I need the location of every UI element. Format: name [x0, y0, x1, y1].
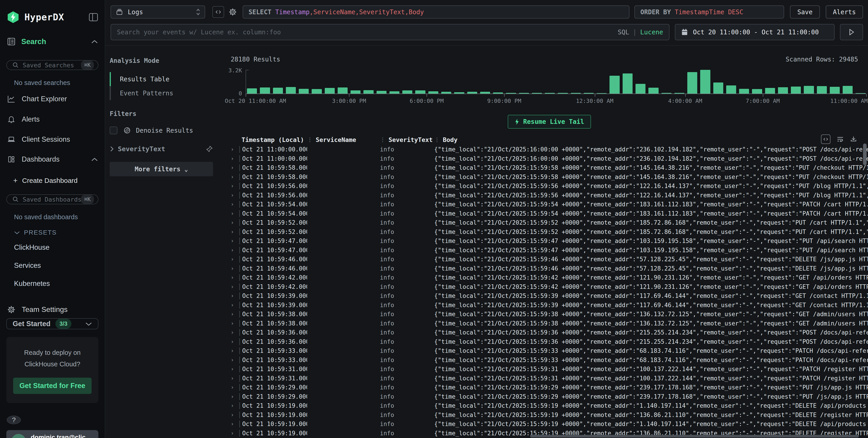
table-row[interactable]: ›Oct 21 10:59:33.000 AMinfo{"time_local"…: [231, 356, 868, 365]
table-row[interactable]: ›Oct 21 10:59:38.000 AMinfo{"time_local"…: [231, 319, 868, 328]
tab-event-patterns[interactable]: Event Patterns: [110, 86, 213, 100]
save-button[interactable]: Save: [790, 5, 819, 19]
table-row[interactable]: ›Oct 21 10:59:31.000 AMinfo{"time_local"…: [231, 374, 868, 383]
table-row[interactable]: ›Oct 21 10:59:46.000 AMinfo{"time_local"…: [231, 255, 868, 264]
col-header-servicename[interactable]: ⋮ServiceName: [307, 136, 380, 143]
table-row[interactable]: ›Oct 21 10:59:56.000 AMinfo{"time_local"…: [231, 181, 868, 191]
row-expand-chevron-icon[interactable]: ›: [231, 347, 239, 354]
select-columns-input[interactable]: SELECT Timestamp,ServiceName,SeverityTex…: [243, 5, 629, 19]
col-header-severitytext[interactable]: ⋮SeverityText: [380, 136, 434, 143]
table-row[interactable]: ›Oct 21 10:59:29.000 AMinfo{"time_local"…: [231, 383, 868, 392]
row-expand-chevron-icon[interactable]: ›: [231, 210, 239, 217]
table-row[interactable]: ›Oct 21 10:59:33.000 AMinfo{"time_local"…: [231, 346, 868, 356]
col-header-body[interactable]: ⋮Body: [434, 136, 868, 143]
table-row[interactable]: ›Oct 21 10:59:31.000 AMinfo{"time_local"…: [231, 365, 868, 374]
table-row[interactable]: ›Oct 21 10:59:19.000 AMinfo{"time_local"…: [231, 401, 868, 410]
severity-filter-group[interactable]: SeverityText: [110, 145, 213, 153]
row-expand-chevron-icon[interactable]: ›: [231, 339, 239, 345]
table-row[interactable]: ›Oct 21 10:59:56.000 AMinfo{"time_local"…: [231, 191, 868, 200]
column-config-icon[interactable]: [821, 134, 831, 144]
orderby-input[interactable]: ORDER BY TimestampTime DESC: [634, 5, 784, 19]
row-expand-chevron-icon[interactable]: ›: [231, 366, 239, 372]
table-row[interactable]: ›Oct 21 10:59:38.000 AMinfo{"time_local"…: [231, 310, 868, 319]
source-select[interactable]: Logs: [111, 5, 205, 19]
download-icon[interactable]: [850, 136, 857, 143]
row-expand-chevron-icon[interactable]: ›: [231, 274, 239, 281]
get-started-toggle[interactable]: Get Started 3/3: [6, 318, 98, 329]
row-expand-chevron-icon[interactable]: ›: [231, 220, 239, 226]
table-row[interactable]: ›Oct 21 11:00:00.000 AMinfo{"time_local"…: [231, 145, 868, 154]
more-filters-button[interactable]: More filters ⌄: [110, 162, 213, 176]
mode-sql-toggle[interactable]: SQL: [618, 29, 629, 36]
table-row[interactable]: ›Oct 21 10:59:54.000 AMinfo{"time_local"…: [231, 209, 868, 218]
date-range-picker[interactable]: Oct 20 11:00:00 - Oct 21 11:00:00: [675, 24, 835, 40]
preset-services[interactable]: Services: [0, 257, 105, 275]
row-expand-chevron-icon[interactable]: ›: [231, 394, 239, 400]
alerts-button[interactable]: Alerts: [826, 5, 863, 19]
sidebar-item-client-sessions[interactable]: Client Sessions: [0, 130, 105, 149]
preset-clickhouse[interactable]: ClickHouse: [0, 238, 105, 257]
row-expand-chevron-icon[interactable]: ›: [231, 403, 239, 409]
table-row[interactable]: ›Oct 21 10:59:47.000 AMinfo{"time_local"…: [231, 246, 868, 255]
row-expand-chevron-icon[interactable]: ›: [231, 146, 239, 153]
row-expand-chevron-icon[interactable]: ›: [231, 302, 239, 308]
table-row[interactable]: ›Oct 21 10:59:42.000 AMinfo{"time_local"…: [231, 273, 868, 282]
row-expand-chevron-icon[interactable]: ›: [231, 256, 239, 262]
vertical-scrollbar[interactable]: [863, 143, 867, 436]
row-expand-chevron-icon[interactable]: ›: [231, 156, 239, 162]
source-settings-gear-icon[interactable]: [229, 8, 237, 16]
row-expand-chevron-icon[interactable]: ›: [231, 174, 239, 180]
tab-results-table[interactable]: Results Table: [110, 72, 213, 86]
sidebar-item-team-settings[interactable]: Team Settings: [0, 293, 105, 318]
table-row[interactable]: ›Oct 21 10:59:39.000 AMinfo{"time_local"…: [231, 291, 868, 301]
checkbox[interactable]: [110, 127, 117, 134]
row-expand-chevron-icon[interactable]: ›: [231, 421, 239, 427]
row-expand-chevron-icon[interactable]: ›: [231, 265, 239, 272]
row-expand-chevron-icon[interactable]: ›: [231, 165, 239, 171]
col-header-timestamp[interactable]: Timestamp (Local): [239, 136, 307, 143]
table-row[interactable]: ›Oct 21 10:59:58.000 AMinfo{"time_local"…: [231, 172, 868, 182]
sidebar-item-search[interactable]: Search: [0, 31, 105, 53]
help-button[interactable]: ?: [7, 416, 21, 424]
saved-searches-input[interactable]: Saved Searches ⌘K: [6, 60, 98, 70]
horizontal-scrollbar[interactable]: [530, 435, 859, 438]
scrollbar-thumb[interactable]: [863, 143, 867, 165]
table-row[interactable]: ›Oct 21 10:59:19.000 AMinfo{"time_local"…: [231, 410, 868, 420]
table-row[interactable]: ›Oct 21 10:59:46.000 AMinfo{"time_local"…: [231, 264, 868, 273]
row-expand-chevron-icon[interactable]: ›: [231, 283, 239, 290]
presets-toggle[interactable]: PRESETS: [0, 223, 105, 238]
row-expand-chevron-icon[interactable]: ›: [231, 384, 239, 391]
denoise-results-checkbox-row[interactable]: Denoise Results: [110, 127, 213, 134]
table-row[interactable]: ›Oct 21 10:59:19.000 AMinfo{"time_local"…: [231, 419, 868, 429]
row-expand-chevron-icon[interactable]: ›: [231, 293, 239, 299]
row-expand-chevron-icon[interactable]: ›: [231, 357, 239, 363]
row-expand-chevron-icon[interactable]: ›: [231, 192, 239, 198]
sidebar-item-alerts[interactable]: Alerts: [0, 109, 105, 130]
user-menu[interactable]: D dominic.tran@clic... dominic.tran@clic…: [6, 430, 98, 438]
drag-handle-icon[interactable]: ⋮: [307, 136, 312, 143]
table-row[interactable]: ›Oct 21 10:59:39.000 AMinfo{"time_local"…: [231, 301, 868, 310]
search-input[interactable]: Search your events w/ Lucene ex. column:…: [111, 24, 670, 40]
table-row[interactable]: ›Oct 21 11:00:00.000 AMinfo{"time_local"…: [231, 154, 868, 163]
resume-live-tail-button[interactable]: Resume Live Tail: [508, 115, 591, 129]
table-row[interactable]: ›Oct 21 10:59:52.000 AMinfo{"time_local"…: [231, 218, 868, 227]
row-expand-chevron-icon[interactable]: ›: [231, 329, 239, 336]
pin-icon[interactable]: [206, 145, 213, 153]
row-expand-chevron-icon[interactable]: ›: [231, 320, 239, 327]
row-expand-chevron-icon[interactable]: ›: [231, 201, 239, 207]
create-dashboard-button[interactable]: + Create Dashboard: [0, 169, 105, 187]
table-row[interactable]: ›Oct 21 10:59:54.000 AMinfo{"time_local"…: [231, 200, 868, 209]
row-expand-chevron-icon[interactable]: ›: [231, 229, 239, 235]
table-row[interactable]: ›Oct 21 10:59:36.000 AMinfo{"time_local"…: [231, 337, 868, 346]
saved-dashboards-input[interactable]: Saved Dashboards ⌘K: [6, 194, 98, 204]
table-row[interactable]: ›Oct 21 10:59:42.000 AMinfo{"time_local"…: [231, 282, 868, 292]
row-expand-chevron-icon[interactable]: ›: [231, 247, 239, 254]
row-expand-chevron-icon[interactable]: ›: [231, 412, 239, 418]
table-row[interactable]: ›Oct 21 10:59:52.000 AMinfo{"time_local"…: [231, 227, 868, 237]
row-expand-chevron-icon[interactable]: ›: [231, 311, 239, 317]
table-row[interactable]: ›Oct 21 10:59:36.000 AMinfo{"time_local"…: [231, 328, 868, 337]
row-expand-chevron-icon[interactable]: ›: [231, 375, 239, 381]
sidebar-item-chart-explorer[interactable]: Chart Explorer: [0, 89, 105, 109]
row-expand-chevron-icon[interactable]: ›: [231, 183, 239, 189]
table-row[interactable]: ›Oct 21 10:59:29.000 AMinfo{"time_local"…: [231, 392, 868, 401]
